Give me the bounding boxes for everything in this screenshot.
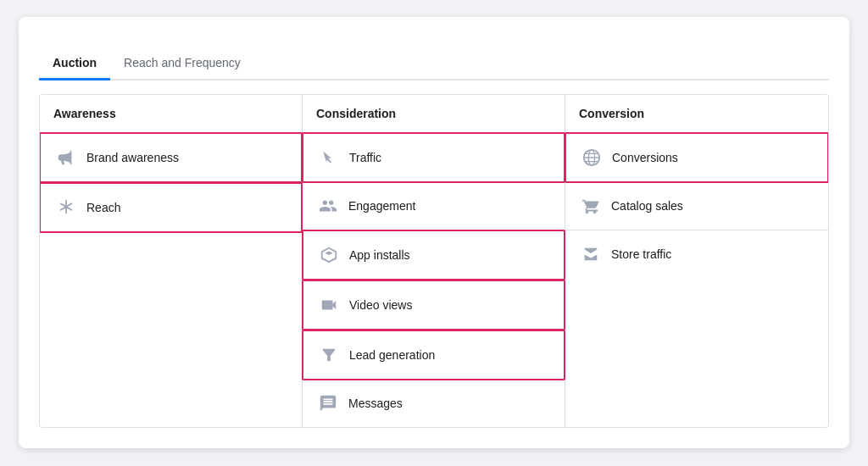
item-label-catalog-sales: Catalog sales xyxy=(611,199,683,213)
objective-item-brand-awareness[interactable]: Brand awareness xyxy=(39,132,303,183)
objective-item-reach[interactable]: Reach xyxy=(39,182,303,233)
asterisk-icon xyxy=(54,196,78,219)
item-label-brand-awareness: Brand awareness xyxy=(86,151,179,164)
col-header-consideration: Consideration xyxy=(303,95,565,132)
item-label-lead-generation: Lead generation xyxy=(349,348,435,362)
grid-col-consideration: TrafficEngagementApp installsVideo views… xyxy=(303,133,565,427)
people-icon xyxy=(316,194,340,218)
item-label-video-views: Video views xyxy=(349,298,412,312)
item-label-conversions: Conversions xyxy=(612,151,678,164)
chat-icon xyxy=(316,391,340,415)
col-header-awareness: Awareness xyxy=(40,95,303,132)
grid-col-conversion: ConversionsCatalog salesStore traffic xyxy=(565,133,828,427)
objective-item-video-views[interactable]: Video views xyxy=(302,280,565,330)
item-label-traffic: Traffic xyxy=(349,151,381,164)
item-label-store-traffic: Store traffic xyxy=(611,247,671,261)
megaphone-icon xyxy=(54,146,78,169)
grid-col-awareness: Brand awarenessReach xyxy=(40,133,303,427)
store-icon xyxy=(579,242,603,266)
tab-auction[interactable]: Auction xyxy=(39,47,110,80)
cursor-icon xyxy=(317,146,341,169)
objective-item-conversions[interactable]: Conversions xyxy=(565,132,829,183)
objective-item-messages[interactable]: Messages xyxy=(303,380,565,427)
item-label-engagement: Engagement xyxy=(348,199,415,213)
main-card: AuctionReach and Frequency AwarenessCons… xyxy=(19,17,849,448)
globe-icon xyxy=(580,146,604,169)
video-icon xyxy=(317,293,341,317)
item-label-reach: Reach xyxy=(86,201,120,214)
objective-item-traffic[interactable]: Traffic xyxy=(302,132,565,183)
tab-reach-frequency[interactable]: Reach and Frequency xyxy=(110,47,254,80)
col-header-conversion: Conversion xyxy=(565,95,828,132)
objective-item-store-traffic[interactable]: Store traffic xyxy=(565,230,828,278)
tabs-container: AuctionReach and Frequency xyxy=(39,47,829,80)
objective-item-catalog-sales[interactable]: Catalog sales xyxy=(565,182,828,230)
box-icon xyxy=(317,243,341,267)
cart-icon xyxy=(579,194,603,218)
objective-item-engagement[interactable]: Engagement xyxy=(303,182,565,230)
item-label-messages: Messages xyxy=(348,397,403,410)
objective-item-lead-generation[interactable]: Lead generation xyxy=(302,330,565,380)
grid-body: Brand awarenessReachTrafficEngagementApp… xyxy=(40,133,828,427)
objective-item-app-installs[interactable]: App installs xyxy=(302,230,565,280)
filter-icon xyxy=(317,343,341,367)
item-label-app-installs: App installs xyxy=(349,248,410,262)
objectives-grid: AwarenessConsiderationConversion Brand a… xyxy=(39,94,829,428)
grid-header: AwarenessConsiderationConversion xyxy=(40,95,828,133)
